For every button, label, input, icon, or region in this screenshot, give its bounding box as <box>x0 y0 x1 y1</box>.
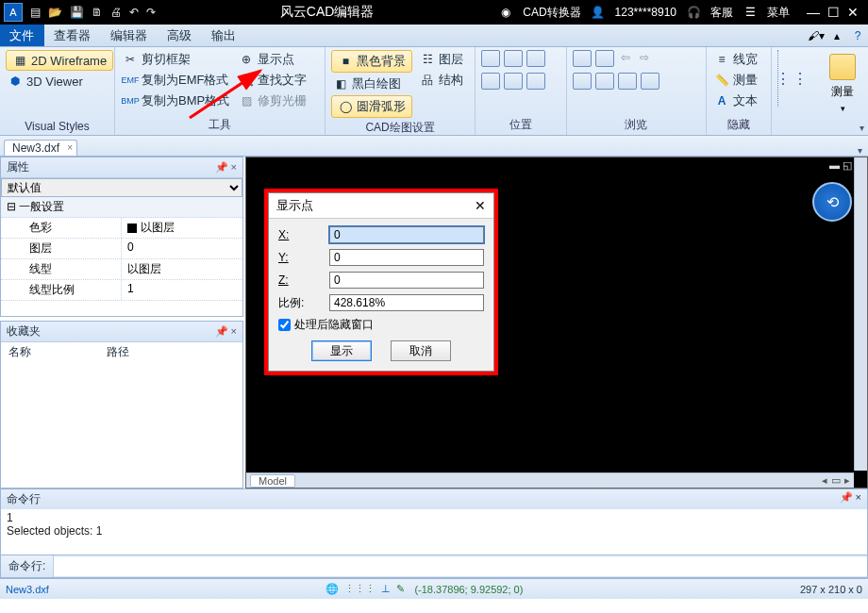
show-button[interactable]: 显示 <box>311 340 372 361</box>
input-scale[interactable] <box>329 294 484 311</box>
arrow-right-icon[interactable]: ⇨ <box>637 50 652 65</box>
menu-tab-file[interactable]: 文件 <box>0 25 44 46</box>
zoom-out-icon[interactable] <box>481 73 500 90</box>
label-hide-after: 处理后隐藏窗口 <box>294 317 374 333</box>
dialog-close-icon[interactable]: ✕ <box>475 198 486 213</box>
tab-close-icon[interactable]: × <box>67 142 73 153</box>
ribbon-expand-icon[interactable]: ▾ <box>860 123 864 133</box>
ribbon-minimize-icon[interactable]: ▴ <box>826 25 847 46</box>
maximize-button[interactable]: ☐ <box>827 5 840 20</box>
nav-pan-icon[interactable] <box>595 50 614 67</box>
convert-label[interactable]: CAD转换器 <box>523 5 580 21</box>
convert-icon[interactable]: ◉ <box>498 5 513 20</box>
undo-icon[interactable]: ↶ <box>129 6 139 19</box>
model-tab[interactable]: Model <box>250 474 295 488</box>
style-dropdown-icon[interactable]: 🖌▾ <box>806 25 826 46</box>
group-tools: 工具 <box>121 115 319 133</box>
prop-color-value[interactable]: 以图层 <box>122 218 242 238</box>
tabs-overflow-icon[interactable]: ▾ <box>852 145 868 156</box>
menu-tab-viewer[interactable]: 查看器 <box>44 25 101 46</box>
user-icon[interactable]: 👤 <box>591 5 606 20</box>
close-button[interactable]: ✕ <box>847 5 859 20</box>
menu-label[interactable]: 菜单 <box>767 5 790 21</box>
save-icon[interactable]: 💾 <box>70 6 84 19</box>
hscroll-left-icon[interactable]: ◂ <box>822 474 827 487</box>
minimize-button[interactable]: — <box>807 5 820 20</box>
command-title: 命令行 <box>7 491 41 507</box>
app-icon[interactable]: A <box>4 3 23 22</box>
document-tab[interactable]: New3.dxf × <box>4 140 77 156</box>
vertical-scrollbar[interactable] <box>854 157 867 471</box>
status-snap-icon[interactable]: ✎ <box>396 583 405 595</box>
hscroll-right-icon[interactable]: ▸ <box>844 474 850 487</box>
checkbox-hide-after[interactable] <box>278 319 291 331</box>
prop-linetype-value[interactable]: 以图层 <box>122 259 242 279</box>
hscroll-track[interactable]: ▭ <box>831 474 841 487</box>
zoom-extents-icon[interactable] <box>504 50 523 67</box>
cmd-3d-viewer[interactable]: ⬢3D Viewer <box>6 73 113 90</box>
menu-bar: 文件 查看器 编辑器 高级 输出 🖌▾ ▴ ? <box>0 25 868 47</box>
status-bar: New3.dxf 🌐 ⋮⋮⋮ ⊥ ✎ (-18.37896; 9.92592; … <box>0 578 868 599</box>
cancel-button[interactable]: 取消 <box>391 340 451 361</box>
menu-icon[interactable]: ☰ <box>743 5 758 20</box>
menu-tab-advanced[interactable]: 高级 <box>158 25 202 46</box>
nav-orbit-icon[interactable] <box>573 73 592 90</box>
cmd-bw-draw[interactable]: ◧黑白绘图 <box>331 75 412 93</box>
redo-icon[interactable]: ↷ <box>146 6 156 19</box>
pin-icon[interactable]: 📌 × <box>840 491 861 507</box>
model-tab-bar: Model ◂ ▭ ▸ <box>246 472 854 488</box>
menu-tab-output[interactable]: 输出 <box>202 25 246 46</box>
cmd-measure[interactable]: 📏测量 <box>712 71 760 90</box>
zoom-prev-icon[interactable] <box>504 73 523 90</box>
cmd-layers[interactable]: ☷图层 <box>418 50 465 69</box>
prop-layer-value[interactable]: 0 <box>122 239 242 258</box>
input-z[interactable] <box>329 272 484 289</box>
cmd-copy-bmp[interactable]: BMP复制为BMP格式 <box>121 91 231 110</box>
print-icon[interactable]: 🖨 <box>110 6 122 19</box>
cmd-black-bg[interactable]: ■黑色背景 <box>331 50 412 73</box>
zoom-in-icon[interactable] <box>526 50 545 67</box>
zoom-window-icon[interactable] <box>481 50 500 67</box>
cmd-2d-wireframe[interactable]: ▦2D Wireframe <box>6 50 113 71</box>
menu-tab-editor[interactable]: 编辑器 <box>101 25 158 46</box>
pin-icon[interactable]: 📌 × <box>215 325 237 338</box>
properties-preset-select[interactable]: 默认值 <box>1 178 242 197</box>
cmd-measure-big[interactable]: 测量 ▾ <box>823 50 862 116</box>
command-input[interactable] <box>54 557 867 576</box>
arrow-left-icon[interactable]: ⇦ <box>618 50 633 65</box>
status-globe-icon[interactable]: 🌐 <box>326 583 339 595</box>
text-icon: A <box>714 93 729 108</box>
zoom-realtime-icon[interactable] <box>526 73 545 90</box>
cmd-show-point[interactable]: ⊕显示点 <box>237 50 309 69</box>
quick-access-toolbar: ▤ 📂 💾 🗎 🖨 ↶ ↷ <box>30 6 156 19</box>
properties-title: 属性 <box>7 159 29 175</box>
pin-icon[interactable]: 📌 × <box>215 161 237 174</box>
prop-linescale-value[interactable]: 1 <box>122 280 242 300</box>
cmd-copy-emf[interactable]: EMF复制为EMF格式 <box>121 71 231 90</box>
cmd-structure[interactable]: 品结构 <box>418 71 465 90</box>
open-icon[interactable]: 📂 <box>48 6 62 19</box>
command-log[interactable]: 1 Selected objects: 1 <box>1 509 867 555</box>
nav-3d-icon[interactable] <box>595 73 614 90</box>
input-x[interactable] <box>329 226 484 243</box>
cmd-smooth-arc[interactable]: ◯圆滑弧形 <box>331 95 412 118</box>
saveas-icon[interactable]: 🗎 <box>92 6 103 19</box>
cmd-clip-frame[interactable]: ✂剪切框架 <box>121 50 231 69</box>
new-icon[interactable]: ▤ <box>30 6 41 19</box>
group-visual-styles: Visual Styles <box>6 118 108 133</box>
status-grid-icon[interactable]: ⋮⋮⋮ <box>344 583 376 595</box>
status-coordinates: (-18.37896; 9.92592; 0) <box>414 584 523 595</box>
help-icon[interactable]: ? <box>847 25 868 46</box>
nav-home-icon[interactable] <box>641 73 659 90</box>
cmd-linewidth[interactable]: ≡线宽 <box>712 50 760 69</box>
support-label[interactable]: 客服 <box>710 5 733 21</box>
nav-view-icon[interactable] <box>618 73 637 90</box>
viewcube-button[interactable]: ⟲ <box>812 182 852 222</box>
cmd-text[interactable]: A文本 <box>712 91 760 110</box>
headset-icon[interactable]: 🎧 <box>686 5 701 20</box>
input-y[interactable] <box>329 249 484 266</box>
status-ortho-icon[interactable]: ⊥ <box>381 583 391 595</box>
nav-zoomfit-icon[interactable] <box>573 50 592 67</box>
props-section: ⊟ 一般设置 <box>7 200 64 213</box>
cmd-find-text[interactable]: 🔍查找文字 <box>237 71 309 90</box>
